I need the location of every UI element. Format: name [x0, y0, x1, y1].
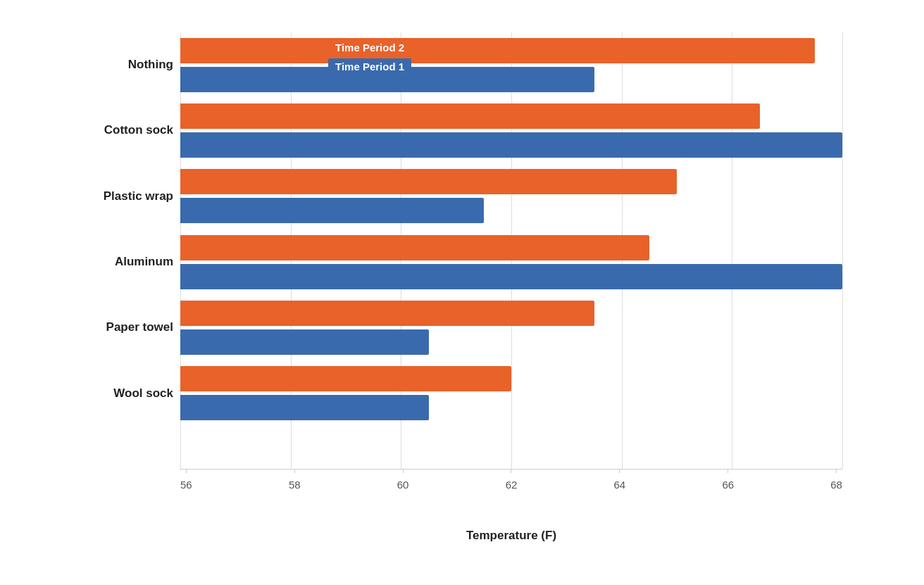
bar-period2-0	[180, 38, 815, 63]
bars-wrapper-0	[180, 38, 842, 92]
tick-label: 68	[830, 479, 842, 491]
bar-period2-2	[180, 169, 677, 194]
tick-line	[511, 469, 511, 473]
category-label-5: Wool sock	[43, 386, 173, 401]
x-axis-title: Temperature (F)	[466, 529, 556, 543]
x-tick-58: 58	[289, 469, 301, 491]
plot-area: NothingCotton sockPlastic wrapAluminumPa…	[180, 32, 842, 469]
chart-area: Time Period 2Time Period 1 NothingCotton…	[180, 32, 842, 511]
bars-wrapper-3	[180, 235, 842, 289]
x-tick-68: 68	[830, 469, 842, 491]
tick-label: 62	[506, 479, 518, 491]
tick-line	[294, 469, 295, 473]
bar-period2-4	[180, 301, 594, 326]
tick-label: 64	[614, 479, 626, 491]
x-axis: 56586062646668 Temperature (F)	[180, 469, 842, 511]
tick-line	[186, 469, 187, 473]
bar-period2-1	[180, 103, 760, 129]
bar-period1-5	[180, 395, 429, 420]
legend-period1: Time Period 1	[328, 58, 411, 75]
bars-wrapper-5	[180, 366, 842, 420]
tick-line	[836, 469, 837, 473]
bar-period1-2	[180, 198, 484, 223]
x-tick-66: 66	[722, 469, 734, 491]
category-label-4: Paper towel	[43, 320, 173, 334]
chart-legend: Time Period 2Time Period 1	[328, 39, 411, 75]
bars-section: NothingCotton sockPlastic wrapAluminumPa…	[180, 32, 842, 427]
x-ticks: 56586062646668	[180, 469, 842, 491]
category-row-2: Plastic wrap	[180, 163, 842, 229]
category-row-5: Wool sock	[180, 360, 842, 426]
x-tick-62: 62	[506, 469, 518, 491]
legend-period2: Time Period 2	[328, 39, 411, 56]
category-label-1: Cotton sock	[43, 123, 173, 137]
bar-period1-4	[180, 329, 429, 355]
category-label-0: Nothing	[43, 58, 173, 72]
bar-period1-3	[180, 264, 842, 289]
legend-period1-label: Time Period 1	[335, 61, 404, 73]
category-row-0: Nothing	[180, 32, 842, 98]
bar-period1-1	[180, 132, 842, 158]
bars-wrapper-2	[180, 169, 842, 223]
bar-period2-5	[180, 366, 511, 391]
x-tick-60: 60	[397, 469, 409, 491]
category-row-4: Paper towel	[180, 295, 842, 360]
grid-line-68	[842, 32, 843, 469]
tick-line	[728, 469, 728, 473]
tick-line	[619, 469, 620, 473]
tick-label: 58	[289, 479, 301, 491]
x-tick-64: 64	[614, 469, 626, 491]
bars-wrapper-4	[180, 301, 842, 355]
tick-label: 60	[397, 479, 409, 491]
chart-container: Time Period 2Time Period 1 NothingCotton…	[39, 18, 885, 567]
category-label-2: Plastic wrap	[43, 189, 173, 203]
category-row-1: Cotton sock	[180, 98, 842, 163]
tick-label: 66	[722, 479, 734, 491]
legend-period2-label: Time Period 2	[335, 42, 404, 54]
x-tick-56: 56	[180, 469, 192, 491]
tick-label: 56	[180, 479, 192, 491]
category-row-3: Aluminum	[180, 229, 842, 294]
tick-line	[403, 469, 404, 473]
bars-wrapper-1	[180, 103, 842, 158]
category-label-3: Aluminum	[43, 255, 173, 269]
bar-period2-3	[180, 235, 649, 260]
